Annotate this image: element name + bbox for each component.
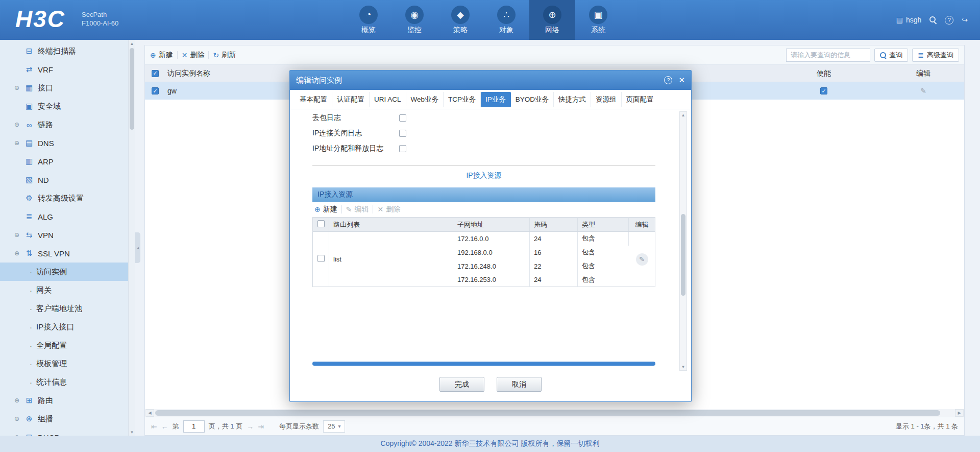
sidebar-item-access-instance[interactable]: · 访问实例 xyxy=(0,263,135,281)
sidebar-item-nd[interactable]: ▧ ND xyxy=(0,171,135,189)
tab-web-service[interactable]: Web业务 xyxy=(406,92,444,107)
dialog-help-icon[interactable]: ? xyxy=(664,76,672,84)
advanced-query-button[interactable]: ≣ 高级查询 xyxy=(912,49,959,62)
expand-icon[interactable]: ⊕ xyxy=(13,250,20,257)
last-page-icon[interactable]: ⇥ xyxy=(258,422,264,431)
enable-checkbox[interactable] xyxy=(820,87,827,94)
scrollbar-track[interactable] xyxy=(154,409,955,417)
ip-connection-close-log-checkbox[interactable] xyxy=(399,130,406,137)
sidebar-item-alg[interactable]: ≣ ALG xyxy=(0,207,135,226)
expand-icon[interactable]: ⊕ xyxy=(13,397,20,404)
sidebar-item-forwarding-settings[interactable]: ⚙ 转发高级设置 xyxy=(0,189,135,207)
nav-objects[interactable]: ∴ 对象 xyxy=(483,0,529,40)
delete-button[interactable]: ✕ 删除 xyxy=(182,51,205,60)
sidebar-item-link[interactable]: ⊕ ∞ 链路 xyxy=(0,115,135,134)
prev-page-icon[interactable]: ← xyxy=(161,422,168,431)
ip-address-alloc-release-log-checkbox[interactable] xyxy=(399,145,406,152)
scroll-down-icon[interactable]: ▼ xyxy=(680,364,687,370)
nav-monitor[interactable]: ◉ 监控 xyxy=(391,0,437,40)
logout-icon[interactable]: ↪ xyxy=(962,16,968,24)
tab-ip-service[interactable]: IP业务 xyxy=(481,92,511,107)
sidebar-item-ip-access-interface[interactable]: · IP接入接口 xyxy=(0,318,135,336)
sidebar-item-route[interactable]: ⊕ ⊞ 路由 xyxy=(0,391,135,410)
tab-uri-acl[interactable]: URI ACL xyxy=(370,92,406,106)
expand-icon[interactable]: ⊕ xyxy=(13,415,20,422)
sidebar-item-interface[interactable]: ⊕ ▦ 接口 xyxy=(0,79,135,97)
tab-shortcut[interactable]: 快捷方式 xyxy=(554,92,591,107)
scroll-left-icon[interactable]: ◀ xyxy=(145,409,154,417)
nav-network[interactable]: ⊕ 网络 xyxy=(529,0,575,40)
per-page-select[interactable]: 25 ▾ xyxy=(323,420,346,433)
edit-pencil-icon[interactable]: ✎ xyxy=(920,87,926,95)
divider xyxy=(373,205,373,213)
tab-auth-config[interactable]: 认证配置 xyxy=(332,92,370,107)
sidebar-item-vpn[interactable]: ⊕ ⇆ VPN xyxy=(0,226,135,244)
sidebar-collapse-handle[interactable]: ◂ xyxy=(135,232,140,263)
policy-shield-icon: ◆ xyxy=(451,6,470,24)
row-checkbox[interactable] xyxy=(152,87,159,94)
sidebar-item-ssl-vpn[interactable]: ⊕ ⇅ SSL VPN xyxy=(0,244,135,263)
tab-tcp-service[interactable]: TCP业务 xyxy=(444,92,481,107)
resource-select-all-checkbox[interactable] xyxy=(317,220,325,227)
sidebar-item-vrf[interactable]: ⇄ VRF xyxy=(0,60,135,79)
sidebar-item-dns[interactable]: ⊕ ▤ DNS xyxy=(0,134,135,152)
resource-delete-button[interactable]: ✕ 删除 xyxy=(377,205,400,214)
tab-byod-service[interactable]: BYOD业务 xyxy=(511,92,554,107)
query-button[interactable]: 查询 xyxy=(874,49,908,62)
next-page-icon[interactable]: → xyxy=(247,422,254,431)
ssl-vpn-icon: ⇅ xyxy=(24,249,34,258)
expand-icon[interactable]: ⊕ xyxy=(13,121,20,128)
resource-row-checkbox[interactable] xyxy=(317,255,325,262)
sidebar-item-template-management[interactable]: · 模板管理 xyxy=(0,354,135,373)
dialog-close-icon[interactable]: ✕ xyxy=(678,76,685,85)
scroll-right-icon[interactable]: ▶ xyxy=(955,409,964,417)
dialog-vertical-scrollbar[interactable]: ▲ ▼ xyxy=(679,111,687,371)
page-number-input[interactable] xyxy=(183,420,205,433)
sidebar-item-global-config[interactable]: · 全局配置 xyxy=(0,336,135,354)
first-page-icon[interactable]: ⇤ xyxy=(151,422,157,431)
packet-loss-log-checkbox[interactable] xyxy=(399,114,406,122)
sidebar-item-terminal-scanner[interactable]: ⊟ 终端扫描器 xyxy=(0,42,135,60)
expand-icon[interactable]: ⊕ xyxy=(13,84,20,91)
scrollbar-thumb[interactable] xyxy=(312,362,655,366)
help-icon[interactable]: ? xyxy=(945,16,953,25)
select-all-checkbox[interactable] xyxy=(152,70,159,77)
sidebar-item-multicast[interactable]: ⊕ ⊛ 组播 xyxy=(0,410,135,428)
tab-basic-config[interactable]: 基本配置 xyxy=(295,92,332,107)
bullet-icon: · xyxy=(30,304,32,313)
nav-system[interactable]: ▣ 系统 xyxy=(575,0,621,40)
expand-icon[interactable]: ⊕ xyxy=(13,231,20,239)
new-button[interactable]: ⊕ 新建 xyxy=(150,51,173,60)
scrollbar-thumb[interactable] xyxy=(681,214,685,296)
nav-policy[interactable]: ◆ 策略 xyxy=(437,0,483,40)
sidebar-item-dhcp[interactable]: ⊕ ⊡ DHCP xyxy=(0,428,135,436)
tab-page-config[interactable]: 页面配置 xyxy=(622,92,658,107)
sidebar-item-security-zone[interactable]: ▣ 安全域 xyxy=(0,97,135,115)
ip-access-resource-link[interactable]: IP接入资源 xyxy=(312,171,655,181)
delete-icon: ✕ xyxy=(182,51,188,59)
tab-resource-group[interactable]: 资源组 xyxy=(591,92,622,107)
main-horizontal-scrollbar[interactable]: ◀ ▶ xyxy=(145,409,964,417)
resource-edit-button[interactable]: ✎ 编辑 xyxy=(346,205,369,214)
sidebar-item-gateway[interactable]: · 网关 xyxy=(0,281,135,299)
nav-overview[interactable]: ◔ 概览 xyxy=(346,0,391,40)
scrollbar-thumb[interactable] xyxy=(155,410,940,416)
refresh-button[interactable]: ↻ 刷新 xyxy=(213,51,236,60)
sidebar-scrollbar[interactable]: ▲ ▼ xyxy=(128,40,135,436)
scrollbar-thumb[interactable] xyxy=(130,48,134,130)
sidebar-item-client-address-pool[interactable]: · 客户端地址池 xyxy=(0,299,135,318)
cancel-button[interactable]: 取消 xyxy=(497,377,542,392)
edit-pencil-button[interactable]: ✎ xyxy=(636,253,648,266)
search-input[interactable] xyxy=(786,49,870,62)
dialog-horizontal-scrollbar[interactable] xyxy=(312,362,655,366)
done-button[interactable]: 完成 xyxy=(439,377,484,392)
scroll-up-icon[interactable]: ▲ xyxy=(129,40,135,47)
scroll-down-icon[interactable]: ▼ xyxy=(129,429,135,436)
scroll-up-icon[interactable]: ▲ xyxy=(680,112,687,118)
resource-new-button[interactable]: ⊕ 新建 xyxy=(314,205,337,214)
search-icon[interactable] xyxy=(929,16,937,23)
expand-icon[interactable]: ⊕ xyxy=(13,139,20,147)
user-menu[interactable]: ▤ hsgh xyxy=(896,16,922,24)
sidebar-item-statistics[interactable]: · 统计信息 xyxy=(0,373,135,391)
sidebar-item-arp[interactable]: ▥ ARP xyxy=(0,152,135,171)
